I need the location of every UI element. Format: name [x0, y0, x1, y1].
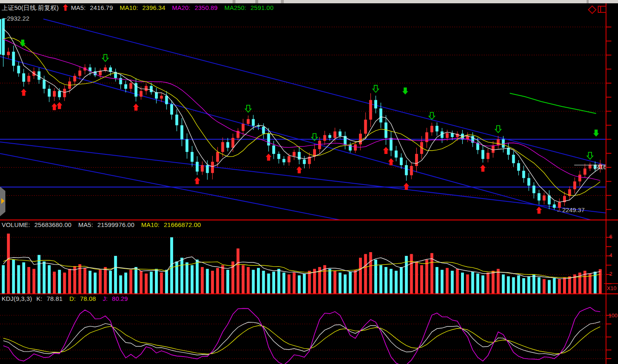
- sell-signal-hollow-arrow: [495, 125, 501, 132]
- vol-ma5-value: 21599976.00: [97, 221, 135, 228]
- vol-ma10-label: MA10:: [141, 221, 159, 228]
- main-chart-header: 上证50(日线.前复权) MA5: 2416.79 MA10: 2396.34 …: [2, 4, 278, 12]
- buy-signal-arrow: [480, 165, 486, 172]
- buy-signal-arrow: [133, 104, 139, 111]
- buy-signal-arrow: [266, 154, 271, 161]
- expand-arrow-icon: [1, 198, 5, 204]
- vol-ma10-value: 21666872.00: [164, 221, 201, 228]
- kdj-axis-label: 100: [608, 312, 618, 319]
- kdj-header: KDJ(9,3,3) K: 78.81 D: 78.08 J: 80.29: [2, 295, 133, 302]
- chart-canvas[interactable]: [0, 0, 618, 364]
- buy-signal-arrow: [536, 207, 542, 214]
- kdj-k-label: K:: [36, 295, 43, 302]
- split-window-icon[interactable]: [598, 6, 606, 13]
- ma10-label: MA10:: [120, 4, 138, 11]
- ma20-label: MA20:: [172, 4, 190, 11]
- sell-signal-hollow-arrow: [429, 112, 435, 119]
- buy-signal-arrow: [383, 147, 389, 154]
- vol-axis-label-4: 4: [609, 252, 612, 258]
- chart-title: 上证50(日线.前复权): [2, 4, 59, 11]
- sell-signal-hollow-arrow: [587, 152, 593, 159]
- trend-up-icon: [63, 4, 68, 11]
- sell-signal-hollow-arrow: [373, 85, 379, 92]
- kdj-d-value: 78.08: [80, 295, 96, 302]
- ma20-value: 2350.89: [195, 4, 218, 11]
- ma5-value: 2416.79: [90, 4, 113, 11]
- ma10-value: 2396.34: [143, 4, 166, 11]
- ma250-label: MA250:: [224, 4, 246, 11]
- vol-axis-label-6: 6: [609, 234, 612, 240]
- buy-signal-arrow: [404, 183, 409, 190]
- trading-terminal: 上证50(日线.前复权) MA5: 2416.79 MA10: 2396.34 …: [0, 0, 618, 364]
- volume-header: VOLUME: 25683680.00 MA5: 21599976.00 MA1…: [2, 221, 206, 228]
- kdj-name: KDJ(9,3,3): [2, 295, 32, 302]
- volume-label: VOLUME:: [2, 221, 30, 228]
- volume-value: 25683680.00: [34, 221, 71, 228]
- buy-signal-arrow: [296, 166, 302, 173]
- sell-signal-hollow-arrow: [102, 54, 108, 61]
- sidebar-expand-handle[interactable]: [0, 187, 5, 216]
- vol-ma5-label: MA5:: [78, 221, 93, 228]
- buy-signal-arrow: [194, 177, 200, 184]
- last-price-tag: 2416: [594, 164, 606, 170]
- period-high-label: ~2932.22: [3, 15, 29, 22]
- kdj-k-value: 78.81: [47, 295, 63, 302]
- period-low-label: ←2249.37: [556, 206, 585, 213]
- buy-signal-arrow: [21, 89, 26, 96]
- price-pane: [0, 18, 606, 220]
- volume-pane: [0, 234, 606, 293]
- buy-signal-arrow: [57, 102, 62, 109]
- sell-signal-arrow: [402, 87, 408, 95]
- vol-axis-label-2: 2: [609, 271, 612, 277]
- ma250-value: 2591.00: [251, 4, 274, 11]
- kdj-j-value: 80.29: [112, 295, 128, 302]
- sell-signal-arrow: [593, 130, 599, 137]
- kdj-pane: [0, 307, 606, 364]
- buy-signal-arrow: [52, 103, 57, 110]
- vol-unit-label: X10: [607, 285, 616, 291]
- kdj-d-label: D:: [69, 295, 76, 302]
- ma5-label: MA5:: [71, 4, 86, 11]
- kdj-j-label: J:: [103, 295, 108, 302]
- axis-layer: [0, 3, 618, 364]
